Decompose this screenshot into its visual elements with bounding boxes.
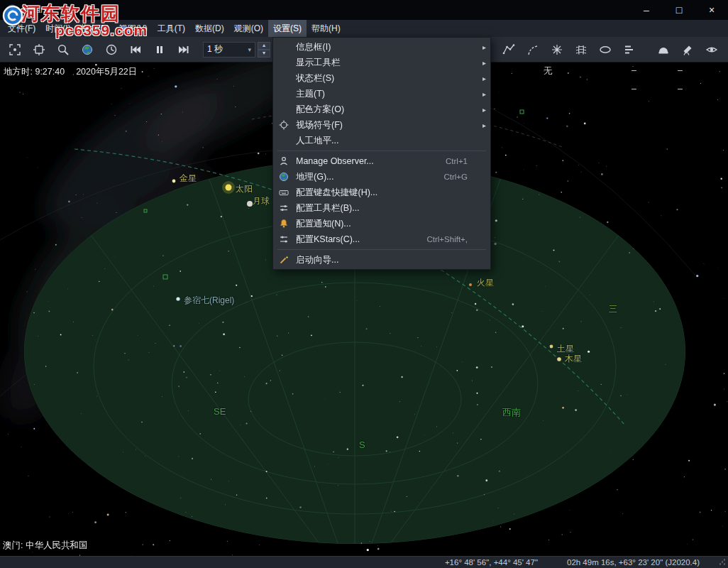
menu-item-color-schemes[interactable]: 配色方案(O): [273, 102, 490, 117]
menu-observation[interactable]: 观测(O): [229, 20, 268, 37]
resize-grip[interactable]: [718, 558, 726, 566]
zoom-pointer-button[interactable]: [6, 40, 24, 59]
stars-button[interactable]: [548, 40, 566, 59]
menu-shortcut: Ctrl+Shift+,: [426, 235, 468, 244]
search-icon: [57, 43, 70, 56]
focus-dec-dash: –: [678, 65, 683, 75]
horizon-ellipse-icon: [599, 43, 612, 56]
find-object-button[interactable]: [54, 40, 72, 59]
menu-pointing[interactable]: 指向(P): [76, 20, 114, 37]
set-time-button[interactable]: [102, 40, 121, 59]
menu-item-theme[interactable]: 主题(T): [273, 86, 490, 102]
telescope-icon: [681, 43, 694, 56]
object-label-jupiter[interactable]: 木星: [565, 353, 582, 365]
mars-dot: [469, 283, 472, 286]
pause-time-button[interactable]: [150, 40, 169, 59]
menu-item-manage-observer[interactable]: Manage Observer... Ctrl+1: [273, 153, 490, 169]
horizon-ground-button[interactable]: [596, 40, 614, 59]
object-label-sun[interactable]: 太阳: [236, 183, 253, 195]
menu-shortcut: Ctrl+1: [446, 157, 468, 165]
minimize-button[interactable]: –: [630, 0, 663, 20]
legend-button[interactable]: [620, 40, 639, 59]
menu-help[interactable]: 帮助(H): [307, 20, 346, 37]
maximize-button[interactable]: □: [663, 0, 695, 20]
menu-time[interactable]: 时间(I): [40, 20, 75, 37]
menu-item-fov-symbols[interactable]: 视场符号(F): [273, 117, 490, 133]
equatorial-grid-button[interactable]: [572, 40, 590, 59]
statusbar-radec: 02h 49m 16s, +63° 23' 20" (J2020.4): [567, 557, 700, 568]
object-label-mars[interactable]: 火星: [477, 277, 494, 289]
saturn-dot: [550, 345, 553, 349]
observatory-dome-button[interactable]: [654, 40, 673, 59]
close-button[interactable]: ×: [695, 0, 728, 20]
menu-item-label: 配色方案(O): [296, 104, 344, 116]
view-toolbar-group: [500, 40, 639, 59]
fov-symbol-icon: [279, 120, 296, 130]
menu-data[interactable]: 数据(D): [190, 20, 229, 37]
constellation-label[interactable]: 三: [609, 303, 617, 315]
menu-item-label: 人工地平...: [296, 135, 338, 147]
rewind-time-button[interactable]: [126, 40, 145, 59]
time-step-down-button[interactable]: [258, 50, 270, 58]
cardinal-label-s[interactable]: S: [359, 439, 365, 450]
whats-interesting-button[interactable]: [702, 40, 721, 59]
menu-item-info-boxes[interactable]: 信息框(I): [273, 39, 490, 55]
equatorial-grid-icon: [575, 43, 588, 56]
date-label: 2020年5月22日: [76, 66, 137, 78]
object-label-rigel[interactable]: 参宿七(Rigel): [184, 295, 234, 307]
venus-dot: [172, 180, 176, 183]
menu-item-artificial-horizon[interactable]: 人工地平...: [273, 133, 490, 148]
zoom-pointer-icon: [9, 43, 21, 56]
globe-icon: [279, 172, 296, 182]
submenu-arrow-icon: [479, 43, 486, 51]
menu-item-configure-kstars[interactable]: 配置KStars(C)... Ctrl+Shift+,: [273, 231, 490, 247]
focus-object-name: 无: [544, 65, 553, 77]
menu-item-geographic[interactable]: 地理(G)... Ctrl+G: [273, 169, 490, 185]
submenu-arrow-icon: [479, 106, 486, 114]
dome-icon: [657, 43, 670, 56]
menu-view[interactable]: 视图(V): [114, 20, 153, 37]
location-label: 澳门: 中华人民共和国: [3, 540, 87, 550]
constellation-lines-icon: [502, 43, 515, 56]
menu-item-label: 主题(T): [296, 88, 325, 100]
time-step-up-button[interactable]: [258, 42, 270, 50]
cardinal-label-se[interactable]: SE: [214, 406, 226, 417]
cardinal-label-sw[interactable]: 西南: [502, 406, 521, 419]
menu-settings[interactable]: 设置(S): [268, 20, 307, 37]
menu-item-notifications[interactable]: 配置通知(N)...: [273, 216, 490, 231]
legend-icon: [623, 43, 636, 56]
advance-time-button[interactable]: [175, 40, 193, 59]
constellation-lines-button[interactable]: [500, 40, 518, 59]
menu-item-label: 配置键盘快捷键(H)...: [296, 187, 377, 199]
submenu-arrow-icon: [479, 121, 486, 129]
focus-frame-button[interactable]: [30, 40, 48, 59]
window-controls: – □ ×: [630, 0, 728, 20]
observer-person-icon: [279, 156, 296, 166]
constellation-boundaries-button[interactable]: [524, 40, 542, 59]
rigel-dot: [176, 297, 180, 300]
menu-separator: [277, 151, 486, 151]
time-step-control[interactable]: 1 秒: [203, 42, 270, 58]
menu-item-label: 配置工具栏(B)...: [296, 202, 360, 214]
menu-tools[interactable]: 工具(T): [153, 20, 190, 37]
object-label-moon[interactable]: 月球: [253, 195, 270, 207]
fast-forward-icon: [177, 43, 190, 56]
menu-file[interactable]: 文件(F): [3, 20, 40, 37]
menu-item-toolbars-shown[interactable]: 显示工具栏: [273, 55, 490, 70]
set-geolocation-button[interactable]: [78, 40, 96, 59]
menu-item-startup-wizard[interactable]: 启动向导...: [273, 252, 490, 268]
telescope-button[interactable]: [678, 40, 697, 59]
object-label-venus[interactable]: 金星: [180, 173, 197, 185]
kstars-window: KStars – □ × 文件(F) 时间(I) 指向(P) 视图(V) 工具(…: [0, 0, 728, 568]
focus-ra-dash: –: [632, 65, 636, 75]
menu-item-label: 配置KStars(C)...: [296, 234, 360, 246]
menu-item-shortcuts[interactable]: 配置键盘快捷键(H)...: [273, 185, 490, 200]
sun-dot: [226, 185, 232, 191]
submenu-arrow-icon: [479, 90, 486, 98]
time-info-box[interactable]: 地方时: 9:27:40 2020年5月22日: [4, 66, 137, 78]
geographic-info-box[interactable]: 澳门: 中华人民共和国: [3, 540, 87, 552]
menu-item-configure-toolbars[interactable]: 配置工具栏(B)...: [273, 200, 490, 216]
time-step-box[interactable]: 1 秒: [203, 42, 255, 58]
time-step-dropdown-icon[interactable]: [248, 46, 251, 53]
menu-item-statusbar[interactable]: 状态栏(S): [273, 70, 490, 86]
